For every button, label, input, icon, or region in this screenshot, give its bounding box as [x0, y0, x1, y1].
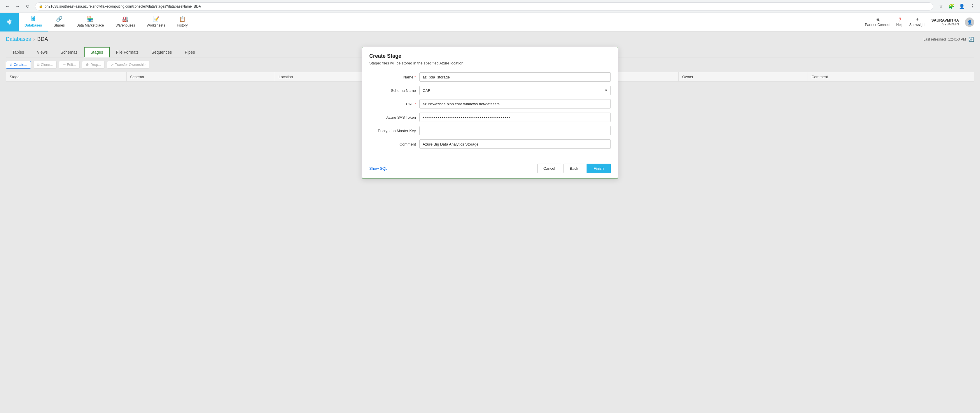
- nav-item-data-marketplace-label: Data Marketplace: [76, 23, 104, 27]
- help-icon: ❓: [898, 17, 902, 22]
- tab-pipes[interactable]: Pipes: [178, 47, 201, 57]
- reload-button[interactable]: ↻: [23, 2, 32, 11]
- url-input[interactable]: [419, 99, 611, 108]
- nav-item-shares-label: Shares: [54, 23, 65, 27]
- tab-tables[interactable]: Tables: [6, 47, 30, 57]
- schema-name-label: Schema Name: [369, 88, 416, 93]
- refresh-button[interactable]: 🔄: [968, 37, 974, 42]
- nav-item-history-label: History: [177, 23, 188, 27]
- help-btn[interactable]: ❓ Help: [896, 17, 904, 27]
- worksheets-icon: 📝: [153, 16, 159, 22]
- azure-sas-token-input[interactable]: [419, 113, 611, 122]
- azure-sas-token-label: Azure SAS Token: [369, 115, 416, 119]
- create-button-label: Create...: [14, 63, 27, 67]
- last-refreshed-label: Last refreshed: [923, 37, 946, 41]
- nav-item-warehouses[interactable]: 🏭 Warehouses: [110, 13, 141, 32]
- clone-button[interactable]: ⧉ Clone...: [33, 61, 57, 68]
- dialog-title: Create Stage: [369, 53, 611, 59]
- nav-item-history[interactable]: 📋 History: [171, 13, 193, 32]
- browser-star-button[interactable]: ☆: [937, 2, 945, 11]
- user-role: SYSADMIN: [942, 22, 959, 26]
- warehouses-icon: 🏭: [122, 16, 129, 22]
- tab-sequences[interactable]: Sequences: [145, 47, 178, 57]
- address-bar[interactable]: 🔒 ph21638.southeast-asia.azure.snowflake…: [35, 2, 933, 11]
- back-button-dialog[interactable]: Back: [563, 164, 584, 173]
- tab-views-label: Views: [37, 50, 48, 54]
- edit-icon: ✏: [63, 63, 65, 67]
- schema-select[interactable]: CAR PUBLIC: [419, 86, 611, 95]
- nav-item-worksheets-label: Worksheets: [147, 23, 165, 27]
- nav-item-worksheets[interactable]: 📝 Worksheets: [141, 13, 171, 32]
- comment-input[interactable]: [419, 140, 611, 149]
- history-icon: 📋: [179, 16, 186, 22]
- url-row: URL *: [369, 99, 611, 108]
- browser-profile-button[interactable]: 👤: [958, 2, 966, 11]
- snowsight-btn[interactable]: ❄ Snowsight: [909, 17, 926, 27]
- data-marketplace-icon: 🏪: [87, 16, 93, 22]
- breadcrumb-separator: ›: [33, 37, 35, 42]
- tab-file-formats-label: File Formats: [116, 50, 139, 54]
- back-button[interactable]: ←: [3, 2, 12, 11]
- finish-button[interactable]: Finish: [587, 164, 611, 173]
- nav-item-shares[interactable]: 🔗 Shares: [48, 13, 71, 32]
- clone-icon: ⧉: [37, 63, 40, 67]
- snowflake-logo[interactable]: ❄: [0, 13, 19, 32]
- name-label: Name *: [369, 75, 416, 79]
- footer-buttons: Cancel Back Finish: [537, 164, 611, 173]
- tab-tables-label: Tables: [12, 50, 24, 54]
- databases-icon: 🗄: [30, 16, 36, 22]
- nav-item-warehouses-label: Warehouses: [116, 23, 135, 27]
- encryption-master-key-label: Encryption Master Key: [369, 129, 416, 133]
- clone-button-label: Clone...: [41, 63, 53, 67]
- breadcrumb-root[interactable]: Databases: [6, 36, 31, 42]
- lock-icon: 🔒: [39, 5, 43, 8]
- browser-chrome: ← → ↻ 🔒 ph21638.southeast-asia.azure.sno…: [0, 0, 980, 13]
- partner-connect-btn[interactable]: 🔌 Partner Connect: [865, 17, 890, 27]
- tab-stages[interactable]: Stages: [84, 47, 110, 57]
- schema-select-wrap: CAR PUBLIC ▼: [419, 86, 611, 95]
- comment-label: Comment: [369, 142, 416, 146]
- dialog-body: Name * Schema Name CAR PUBLIC ▼: [362, 69, 618, 156]
- create-stage-dialog: Create Stage Staged files will be stored…: [362, 47, 618, 178]
- tab-file-formats[interactable]: File Formats: [110, 47, 145, 57]
- dialog-subtitle: Staged files will be stored in the speci…: [369, 61, 611, 65]
- tab-views[interactable]: Views: [30, 47, 54, 57]
- tab-schemas[interactable]: Schemas: [54, 47, 84, 57]
- url-text: ph21638.southeast-asia.azure.snowflakeco…: [45, 5, 201, 8]
- url-label: URL *: [369, 102, 416, 106]
- show-sql-link[interactable]: Show SQL: [369, 166, 387, 171]
- forward-button[interactable]: →: [13, 2, 22, 11]
- browser-extensions-button[interactable]: 🧩: [947, 2, 956, 11]
- user-avatar[interactable]: 👤: [965, 17, 974, 27]
- user-info: SAURAVMITRA SYSADMIN: [931, 18, 959, 26]
- shares-icon: 🔗: [56, 16, 62, 22]
- drop-button[interactable]: 🗑 Drop...: [82, 61, 105, 68]
- cancel-button[interactable]: Cancel: [537, 164, 561, 173]
- snowflake-icon: ❄: [6, 18, 12, 26]
- encryption-master-key-input[interactable]: [419, 126, 611, 135]
- breadcrumb-current: BDA: [37, 36, 48, 42]
- top-nav: ❄ 🗄 Databases 🔗 Shares 🏪 Data Marketplac…: [0, 13, 980, 32]
- azure-sas-token-row: Azure SAS Token: [369, 113, 611, 122]
- create-button[interactable]: ⊕ Create...: [6, 61, 31, 68]
- name-input[interactable]: [419, 72, 611, 82]
- browser-menu-button[interactable]: ⋮: [968, 2, 977, 11]
- help-label: Help: [896, 23, 904, 27]
- user-name: SAURAVMITRA: [931, 18, 959, 22]
- nav-item-databases[interactable]: 🗄 Databases: [19, 13, 48, 32]
- col-header-schema: Schema: [127, 72, 275, 82]
- transfer-ownership-button[interactable]: ↗ Transfer Ownership: [107, 61, 150, 68]
- nav-item-data-marketplace[interactable]: 🏪 Data Marketplace: [71, 13, 110, 32]
- nav-right: 🔌 Partner Connect ❓ Help ❄ Snowsight SAU…: [865, 17, 974, 27]
- edit-button-label: Edit...: [67, 63, 76, 67]
- partner-connect-label: Partner Connect: [865, 23, 890, 27]
- edit-button[interactable]: ✏ Edit...: [59, 61, 80, 68]
- breadcrumb: Databases › BDA Last refreshed 1:24:53 P…: [6, 36, 974, 42]
- snowsight-icon: ❄: [916, 17, 919, 22]
- snowsight-label: Snowsight: [909, 23, 926, 27]
- dialog-header: Create Stage Staged files will be stored…: [362, 47, 618, 69]
- create-plus-icon: ⊕: [10, 63, 13, 67]
- col-header-owner: Owner: [678, 72, 808, 82]
- col-header-stage: Stage: [6, 72, 127, 82]
- name-required-indicator: *: [414, 75, 416, 79]
